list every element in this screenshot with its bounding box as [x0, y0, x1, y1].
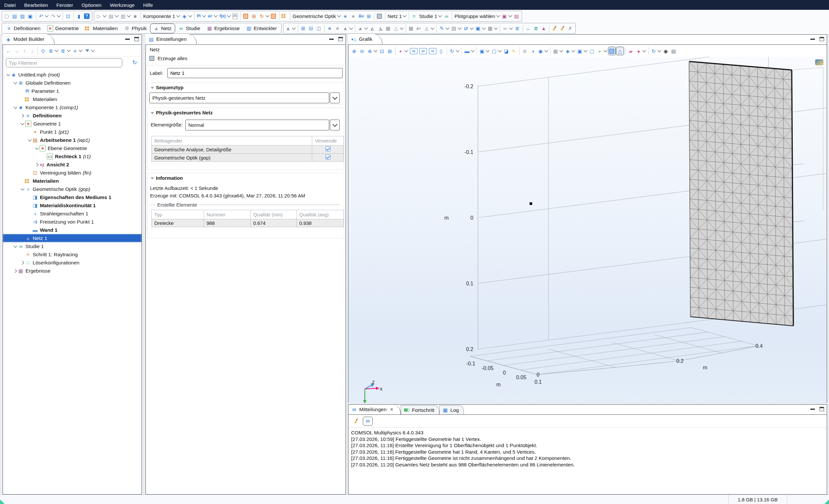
fit-window-button[interactable]: ⊞ [386, 47, 394, 55]
scale-node-button[interactable]: ◮ [376, 24, 385, 33]
mesh-surface[interactable] [689, 62, 793, 326]
open-folder-button[interactable]: ▨ [19, 12, 27, 20]
remove-physics-button[interactable]: ∗ [350, 12, 357, 20]
add-study-button[interactable]: ∞ [443, 12, 450, 20]
float-panel-button[interactable] [820, 407, 824, 411]
ribbon-tab-entwickler[interactable]: ▥Entwickler [243, 24, 280, 33]
refresh-icon[interactable]: ↻ [131, 59, 139, 66]
build-all-button[interactable]: Erzeuge alles [148, 54, 188, 63]
graphics-canvas[interactable]: -0.2-0.100.10.2m-0.1-0.0500.050.1m00.20.… [349, 57, 827, 403]
edit-mesh-button[interactable]: ✎ [438, 24, 450, 33]
ribbon-tab-ergebnisse[interactable]: ▦Ergebnisse [204, 24, 243, 33]
mesh-all-button[interactable] [270, 12, 278, 20]
netz-1-button[interactable]: Netz 1 [387, 12, 407, 20]
get-initial-values-button[interactable]: ▤ [107, 12, 119, 20]
tree-item-vereinigung-bilden[interactable]: ⊡Vereinigung bilden(fin) [3, 169, 142, 177]
label-input[interactable] [167, 68, 343, 78]
clear-sequence-button[interactable] [558, 24, 567, 33]
clear-plot-button[interactable]: ▰ [627, 47, 635, 55]
view-xz-button[interactable]: xz [428, 47, 437, 55]
view-xy-button[interactable]: xy [409, 47, 419, 55]
undo-button[interactable]: ↶ [37, 12, 49, 20]
tree-item-untitled-mph[interactable]: ◈Untitled.mph(root) [3, 71, 142, 79]
model-tree-button[interactable]: ≡ [71, 46, 83, 55]
active-plot-indicator-icon[interactable] [815, 60, 823, 65]
parameter-case-button[interactable]: Pi [231, 12, 239, 20]
menu-optionen[interactable]: Optionen [77, 0, 106, 10]
tree-item-ergebnisse[interactable]: ▦Ergebnisse [3, 267, 142, 275]
collapse-all-button[interactable]: ≣ [59, 46, 71, 55]
clear-mesh-button[interactable] [551, 24, 558, 33]
open-file-button[interactable]: ▤ [11, 12, 19, 20]
tree-item-parameter-1[interactable]: PiParameter 1 [3, 87, 142, 95]
mesh-size-button[interactable]: ▲ [341, 24, 354, 33]
mesh-plot-button[interactable]: ▲ [540, 24, 548, 33]
build-mesh-button[interactable]: ▲ [284, 24, 296, 33]
sequence-type-header[interactable]: Sequenztyp [147, 83, 344, 90]
resize-grip[interactable] [0, 499, 5, 504]
studie-1-button[interactable]: Studie 1 [418, 12, 443, 20]
zoom-extents-button[interactable]: ⊡ [378, 47, 386, 55]
tree-item-materialien[interactable]: Materialien [3, 177, 142, 185]
import-geometry-button[interactable]: ⊞ [250, 12, 258, 20]
tree-item-geometrische-optik[interactable]: ◖Geometrische Optik(gop) [3, 185, 142, 193]
free-triangular-button[interactable]: △ [392, 24, 404, 33]
filter-input[interactable] [6, 58, 122, 67]
physics-window-button[interactable]: ⊞ [365, 12, 373, 20]
menu-datei[interactable]: Datei [0, 0, 20, 10]
resize-grip[interactable] [824, 499, 829, 504]
visibility-button[interactable]: ◉ [537, 47, 549, 55]
show-mesh-button[interactable]: △ [616, 47, 624, 55]
refresh-window-button[interactable]: ⊡ [64, 12, 72, 20]
size-node-button[interactable]: ▲ [357, 24, 369, 33]
add-component-button[interactable]: ◈ [181, 12, 193, 20]
ribbon-tab-netz[interactable]: ▲Netz [150, 24, 175, 33]
build-all-button[interactable] [242, 12, 250, 20]
tree-item-strahleigenschaften-1[interactable]: ◖Strahleigenschaften 1 [3, 210, 142, 218]
hide-entities-button[interactable]: ⊘ [521, 47, 529, 55]
tree-item-ebene-geometrie[interactable]: ×Ebene Geometrie [3, 144, 142, 152]
show-changes-button[interactable]: ⊙ [39, 46, 47, 55]
tree-item-netz-1[interactable]: ▲Netz 1 [3, 234, 142, 242]
update-solution-button[interactable]: ▥ [119, 12, 132, 20]
ribbon-tab-geometrie[interactable]: ×Geometrie [44, 24, 82, 33]
solid-rendering-button[interactable]: ▣ [576, 47, 588, 55]
select-entities-button[interactable]: ◪ [502, 47, 510, 55]
new-file-button[interactable]: ▢ [3, 12, 11, 20]
mesh-window-button[interactable] [376, 12, 384, 20]
mirror-mesh-button[interactable]: ⇄ [462, 24, 474, 33]
measure-tool-button[interactable]: ↔ [524, 24, 532, 33]
delete-sequence-button[interactable]: ✗ [567, 24, 574, 33]
print-button[interactable]: ▤ [670, 47, 678, 55]
menu-werkzeuge[interactable]: Werkzeuge [106, 0, 139, 10]
plot-window-button[interactable]: ▤ [513, 12, 521, 20]
sequence-type-dropdown-button[interactable] [330, 93, 340, 103]
auto-update-button[interactable]: ↻ [650, 47, 662, 55]
sequence-settings-button[interactable]: ≣ [513, 24, 521, 33]
tree-item-wand-1[interactable]: ▬Wand 1 [3, 226, 142, 234]
tree-item-komponente-1[interactable]: ■Komponente 1(comp1) [3, 103, 142, 111]
application-library-button[interactable]: ▮ [75, 12, 83, 20]
orthographic-button[interactable]: ▯ [437, 47, 445, 55]
menu-fenster[interactable]: Fenster [52, 0, 77, 10]
ribbon-tab-studie[interactable]: ∞Studie [175, 24, 204, 33]
menu-bearbeiten[interactable]: Bearbeiten [20, 0, 52, 10]
geometrische-optik-button[interactable]: Geometrische Optik [292, 12, 341, 20]
tree-item-geometrie-1[interactable]: ×Geometrie 1 [3, 120, 142, 128]
tree-item-freisetzung-von-punkt-1[interactable]: ⇉Freisetzung von Punkt 1 [3, 218, 142, 226]
menu-hilfe[interactable]: Hilfe [139, 0, 157, 10]
attribute-insert-button[interactable]: ∗ [326, 24, 334, 33]
duplicate-mesh-button[interactable]: ▩ [486, 24, 499, 33]
import-mesh-button[interactable]: ⊞ [299, 24, 307, 33]
tree-item-punkt-1[interactable]: ▪Punkt 1(pt1) [3, 128, 142, 136]
tree-item-rechteck-1[interactable]: ▭Rechteck 1(r1) [3, 152, 142, 160]
parameters-button[interactable]: Pi [196, 12, 207, 20]
save-button[interactable]: ▣ [27, 12, 34, 20]
compute-button[interactable]: = [410, 12, 418, 20]
komponente-1-button[interactable]: Komponente 1 [142, 12, 181, 20]
settings-tab[interactable]: ▤ Einstellungen [145, 34, 197, 44]
plotgruppe-wählen-button[interactable]: Plotgruppe wählen [454, 12, 501, 20]
size-expression-button[interactable]: a= [415, 24, 423, 33]
use-checkbox[interactable] [326, 155, 330, 159]
functions-button[interactable]: f(x) [218, 12, 232, 20]
